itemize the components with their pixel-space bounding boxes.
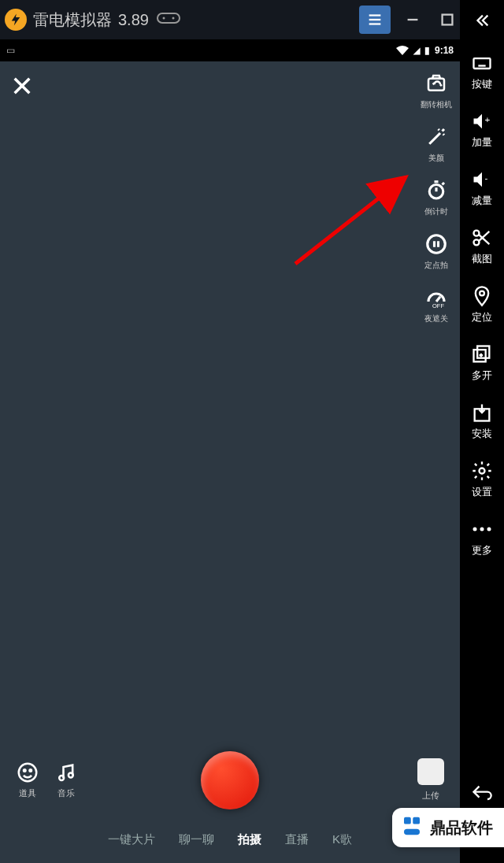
tab-shoot[interactable]: 拍摄 [238, 832, 261, 847]
flip-camera-icon [424, 71, 449, 96]
beauty-icon [424, 124, 449, 150]
svg-rect-10 [474, 58, 491, 69]
annotation-arrow [284, 161, 417, 280]
timer-button[interactable]: 倒计时 [424, 178, 449, 217]
tab-onekey[interactable]: 一键大片 [108, 832, 155, 847]
timer-icon [424, 178, 449, 203]
svg-line-37 [443, 183, 445, 185]
svg-point-38 [428, 235, 446, 254]
svg-rect-49 [404, 817, 411, 824]
svg-text:+: + [485, 114, 491, 124]
bottom-controls: 道具 音乐 上传 [0, 758, 460, 802]
sidebar-item-screenshot[interactable]: 截图 [471, 225, 493, 266]
svg-line-43 [295, 177, 406, 264]
upload-button[interactable]: 上传 [417, 758, 444, 802]
sidebar-item-volume-down[interactable]: - 减量 [471, 167, 493, 208]
gear-icon [471, 458, 493, 483]
svg-point-2 [172, 17, 174, 20]
sidebar-item-multi[interactable]: 多开 [471, 342, 493, 383]
beauty-button[interactable]: 美颜 [424, 124, 449, 164]
svg-point-48 [69, 773, 73, 778]
volume-up-icon: + [471, 109, 493, 134]
watermark-logo-icon [400, 814, 424, 841]
sidebar-item-volume-up[interactable]: + 加量 [471, 109, 493, 150]
android-statusbar: ▭ ◢ ▮ 9:18 [0, 39, 460, 61]
signal-icon: ◢ [413, 46, 420, 56]
svg-point-44 [19, 764, 37, 782]
more-icon [471, 517, 493, 542]
tab-chat[interactable]: 聊一聊 [179, 832, 214, 847]
watermark-text: 鼎品软件 [430, 817, 493, 839]
close-camera-button[interactable] [11, 75, 33, 100]
sidebar-item-keyboard[interactable]: 按键 [471, 50, 493, 91]
svg-rect-33 [428, 79, 444, 91]
app-version: 3.89 [118, 11, 149, 29]
android-back[interactable] [471, 775, 493, 813]
menu-button[interactable] [359, 6, 391, 34]
speed-button[interactable]: OFF 夜遮关 [424, 285, 449, 324]
music-icon [55, 761, 77, 784]
tab-live[interactable]: 直播 [285, 832, 309, 847]
battery-icon: ▮ [424, 45, 430, 56]
svg-text:-: - [485, 172, 488, 183]
sidebar-item-location[interactable]: 定位 [471, 283, 493, 324]
minimize-button[interactable] [395, 0, 430, 39]
keyboard-icon [471, 50, 493, 76]
props-button[interactable]: 道具 [16, 761, 39, 799]
location-icon [471, 283, 493, 309]
svg-rect-50 [413, 817, 420, 824]
svg-point-29 [480, 528, 484, 532]
scissors-icon [471, 225, 493, 250]
svg-rect-7 [443, 15, 453, 25]
install-icon [471, 400, 493, 425]
svg-line-41 [436, 297, 440, 302]
emulator-sidebar: 按键 + 加量 - 减量 截图 定位 多开 安装 设置 更多 [460, 0, 504, 863]
svg-point-27 [480, 469, 485, 474]
smiley-icon [16, 761, 39, 784]
app-title: 雷电模拟器 [33, 9, 112, 31]
pause-circle-icon [424, 231, 449, 257]
music-button[interactable]: 音乐 [55, 761, 77, 799]
app-logo [5, 9, 27, 31]
volume-down-icon: - [471, 167, 493, 192]
upload-thumbnail [417, 758, 444, 785]
svg-point-21 [480, 291, 484, 296]
svg-rect-51 [404, 829, 420, 835]
svg-point-45 [24, 769, 26, 772]
status-time: 9:18 [435, 45, 454, 56]
fixed-point-button[interactable]: 定点拍 [424, 231, 449, 271]
speed-icon: OFF [424, 285, 449, 310]
svg-point-28 [473, 528, 477, 532]
flip-camera-button[interactable]: 翻转相机 [421, 71, 452, 110]
record-button[interactable] [201, 751, 259, 809]
phone-screen: ▭ ◢ ▮ 9:18 翻转相机 美颜 倒计时 定点拍 OFF [0, 39, 460, 863]
mode-tabs: 一键大片 聊一聊 拍摄 直播 K歌 [0, 832, 460, 847]
wifi-icon [396, 46, 409, 55]
svg-text:OFF: OFF [432, 302, 444, 309]
watermark-badge: 鼎品软件 [392, 808, 504, 847]
tablet-icon: ▭ [6, 45, 15, 56]
multi-icon [471, 342, 493, 367]
svg-point-30 [487, 528, 491, 532]
sidebar-item-install[interactable]: 安装 [471, 400, 493, 441]
svg-rect-22 [477, 346, 489, 358]
tab-ksong[interactable]: K歌 [332, 832, 352, 847]
gamepad-icon[interactable] [157, 10, 180, 29]
titlebar: 雷电模拟器 3.89 [0, 0, 504, 39]
svg-rect-0 [158, 13, 180, 23]
svg-point-46 [30, 769, 32, 772]
sidebar-collapse[interactable] [473, 6, 491, 35]
sidebar-item-settings[interactable]: 设置 [471, 458, 493, 499]
camera-tools: 翻转相机 美颜 倒计时 定点拍 OFF 夜遮关 [421, 71, 452, 324]
svg-point-1 [162, 17, 165, 20]
svg-point-47 [59, 776, 64, 780]
sidebar-item-more[interactable]: 更多 [471, 517, 493, 557]
